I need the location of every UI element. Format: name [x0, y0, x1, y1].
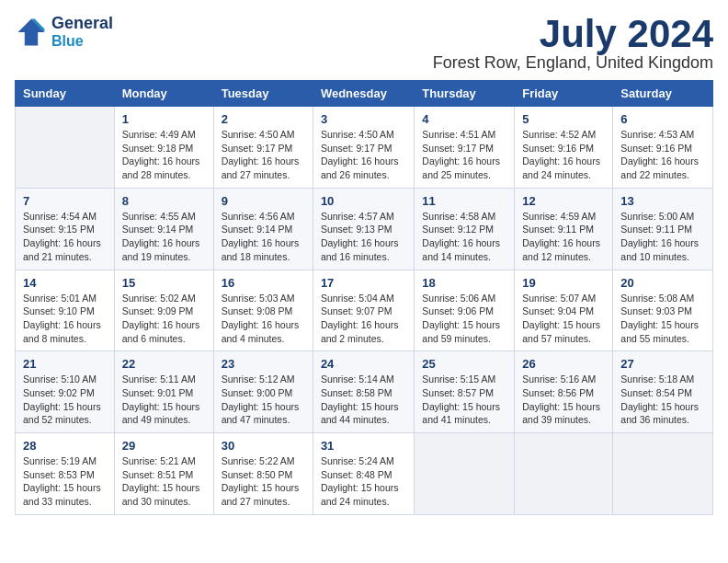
calendar-cell [515, 433, 613, 515]
calendar-cell: 7Sunrise: 4:54 AM Sunset: 9:15 PM Daylig… [16, 188, 115, 270]
cell-info: Sunrise: 5:02 AM Sunset: 9:09 PM Dayligh… [122, 292, 206, 346]
day-header-sunday: Sunday [16, 81, 115, 107]
cell-info: Sunrise: 5:19 AM Sunset: 8:53 PM Dayligh… [23, 454, 107, 509]
location-title: Forest Row, England, United Kingdom [433, 53, 713, 73]
calendar-cell: 27Sunrise: 5:18 AM Sunset: 8:54 PM Dayli… [613, 351, 713, 433]
page-header: General Blue July 2024 Forest Row, Engla… [15, 15, 713, 73]
day-number: 16 [222, 276, 305, 290]
day-header-tuesday: Tuesday [213, 81, 313, 107]
day-number: 15 [122, 276, 206, 290]
week-row-4: 21Sunrise: 5:10 AM Sunset: 9:02 PM Dayli… [16, 351, 713, 433]
cell-info: Sunrise: 4:52 AM Sunset: 9:16 PM Dayligh… [522, 128, 605, 182]
day-header-monday: Monday [114, 81, 213, 107]
calendar-cell: 30Sunrise: 5:22 AM Sunset: 8:50 PM Dayli… [213, 433, 313, 515]
calendar-cell: 15Sunrise: 5:02 AM Sunset: 9:09 PM Dayli… [114, 270, 213, 351]
cell-info: Sunrise: 5:10 AM Sunset: 9:02 PM Dayligh… [23, 373, 107, 427]
day-number: 4 [422, 112, 506, 126]
calendar-cell [16, 107, 115, 189]
calendar-cell: 18Sunrise: 5:06 AM Sunset: 9:06 PM Dayli… [415, 270, 515, 351]
calendar-cell: 11Sunrise: 4:58 AM Sunset: 9:12 PM Dayli… [415, 188, 515, 270]
calendar-cell: 2Sunrise: 4:50 AM Sunset: 9:17 PM Daylig… [213, 107, 313, 189]
day-header-thursday: Thursday [415, 81, 515, 107]
cell-info: Sunrise: 5:11 AM Sunset: 9:01 PM Dayligh… [122, 373, 206, 427]
cell-info: Sunrise: 4:58 AM Sunset: 9:12 PM Dayligh… [422, 210, 506, 264]
cell-info: Sunrise: 5:12 AM Sunset: 9:00 PM Dayligh… [222, 373, 305, 427]
cell-info: Sunrise: 4:50 AM Sunset: 9:17 PM Dayligh… [321, 128, 406, 182]
calendar-cell: 24Sunrise: 5:14 AM Sunset: 8:58 PM Dayli… [313, 351, 414, 433]
cell-info: Sunrise: 4:54 AM Sunset: 9:15 PM Dayligh… [23, 210, 107, 264]
calendar-cell: 12Sunrise: 4:59 AM Sunset: 9:11 PM Dayli… [515, 188, 613, 270]
cell-info: Sunrise: 5:07 AM Sunset: 9:04 PM Dayligh… [522, 292, 605, 346]
day-number: 26 [522, 357, 605, 371]
cell-info: Sunrise: 5:08 AM Sunset: 9:03 PM Dayligh… [620, 292, 705, 346]
title-area: July 2024 Forest Row, England, United Ki… [433, 15, 713, 73]
day-number: 30 [222, 439, 305, 453]
calendar-cell: 19Sunrise: 5:07 AM Sunset: 9:04 PM Dayli… [515, 270, 613, 351]
calendar-cell: 13Sunrise: 5:00 AM Sunset: 9:11 PM Dayli… [613, 188, 713, 270]
day-number: 11 [422, 194, 506, 208]
logo-text: General Blue [51, 15, 113, 49]
calendar-cell: 16Sunrise: 5:03 AM Sunset: 9:08 PM Dayli… [213, 270, 313, 351]
day-number: 22 [122, 357, 206, 371]
day-number: 9 [222, 194, 305, 208]
cell-info: Sunrise: 5:16 AM Sunset: 8:56 PM Dayligh… [522, 373, 605, 427]
day-number: 24 [321, 357, 406, 371]
day-number: 18 [422, 276, 506, 290]
cell-info: Sunrise: 4:56 AM Sunset: 9:14 PM Dayligh… [222, 210, 305, 264]
calendar-cell: 8Sunrise: 4:55 AM Sunset: 9:14 PM Daylig… [114, 188, 213, 270]
day-number: 6 [620, 112, 705, 126]
month-title: July 2024 [433, 15, 713, 53]
day-number: 21 [23, 357, 107, 371]
logo: General Blue [15, 15, 113, 49]
cell-info: Sunrise: 4:59 AM Sunset: 9:11 PM Dayligh… [522, 210, 605, 264]
logo-icon [15, 16, 48, 49]
cell-info: Sunrise: 5:24 AM Sunset: 8:48 PM Dayligh… [321, 454, 406, 509]
cell-info: Sunrise: 5:01 AM Sunset: 9:10 PM Dayligh… [23, 292, 107, 346]
day-number: 8 [122, 194, 206, 208]
calendar-cell: 21Sunrise: 5:10 AM Sunset: 9:02 PM Dayli… [16, 351, 115, 433]
day-header-saturday: Saturday [613, 81, 713, 107]
calendar-cell: 28Sunrise: 5:19 AM Sunset: 8:53 PM Dayli… [16, 433, 115, 515]
cell-info: Sunrise: 5:18 AM Sunset: 8:54 PM Dayligh… [620, 373, 705, 427]
cell-info: Sunrise: 5:04 AM Sunset: 9:07 PM Dayligh… [321, 292, 406, 346]
calendar-cell: 10Sunrise: 4:57 AM Sunset: 9:13 PM Dayli… [313, 188, 414, 270]
header-row: SundayMondayTuesdayWednesdayThursdayFrid… [16, 81, 713, 107]
week-row-5: 28Sunrise: 5:19 AM Sunset: 8:53 PM Dayli… [16, 433, 713, 515]
calendar-cell: 26Sunrise: 5:16 AM Sunset: 8:56 PM Dayli… [515, 351, 613, 433]
day-number: 12 [522, 194, 605, 208]
cell-info: Sunrise: 4:53 AM Sunset: 9:16 PM Dayligh… [620, 128, 705, 182]
cell-info: Sunrise: 4:57 AM Sunset: 9:13 PM Dayligh… [321, 210, 406, 264]
calendar-cell: 14Sunrise: 5:01 AM Sunset: 9:10 PM Dayli… [16, 270, 115, 351]
calendar-cell: 6Sunrise: 4:53 AM Sunset: 9:16 PM Daylig… [613, 107, 713, 189]
cell-info: Sunrise: 4:55 AM Sunset: 9:14 PM Dayligh… [122, 210, 206, 264]
calendar-cell: 20Sunrise: 5:08 AM Sunset: 9:03 PM Dayli… [613, 270, 713, 351]
day-header-friday: Friday [515, 81, 613, 107]
week-row-3: 14Sunrise: 5:01 AM Sunset: 9:10 PM Dayli… [16, 270, 713, 351]
cell-info: Sunrise: 5:00 AM Sunset: 9:11 PM Dayligh… [620, 210, 705, 264]
calendar-table: SundayMondayTuesdayWednesdayThursdayFrid… [15, 80, 713, 515]
day-number: 23 [222, 357, 305, 371]
day-header-wednesday: Wednesday [313, 81, 414, 107]
cell-info: Sunrise: 4:51 AM Sunset: 9:17 PM Dayligh… [422, 128, 506, 182]
day-number: 17 [321, 276, 406, 290]
week-row-2: 7Sunrise: 4:54 AM Sunset: 9:15 PM Daylig… [16, 188, 713, 270]
calendar-cell: 22Sunrise: 5:11 AM Sunset: 9:01 PM Dayli… [114, 351, 213, 433]
day-number: 1 [122, 112, 206, 126]
cell-info: Sunrise: 5:22 AM Sunset: 8:50 PM Dayligh… [222, 454, 305, 509]
day-number: 25 [422, 357, 506, 371]
day-number: 19 [522, 276, 605, 290]
day-number: 7 [23, 194, 107, 208]
cell-info: Sunrise: 5:06 AM Sunset: 9:06 PM Dayligh… [422, 292, 506, 346]
day-number: 3 [321, 112, 406, 126]
calendar-cell: 29Sunrise: 5:21 AM Sunset: 8:51 PM Dayli… [114, 433, 213, 515]
day-number: 2 [222, 112, 305, 126]
day-number: 10 [321, 194, 406, 208]
calendar-cell [415, 433, 515, 515]
week-row-1: 1Sunrise: 4:49 AM Sunset: 9:18 PM Daylig… [16, 107, 713, 189]
calendar-cell: 25Sunrise: 5:15 AM Sunset: 8:57 PM Dayli… [415, 351, 515, 433]
day-number: 31 [321, 439, 406, 453]
calendar-cell [613, 433, 713, 515]
cell-info: Sunrise: 5:21 AM Sunset: 8:51 PM Dayligh… [122, 454, 206, 509]
day-number: 28 [23, 439, 107, 453]
cell-info: Sunrise: 4:50 AM Sunset: 9:17 PM Dayligh… [222, 128, 305, 182]
